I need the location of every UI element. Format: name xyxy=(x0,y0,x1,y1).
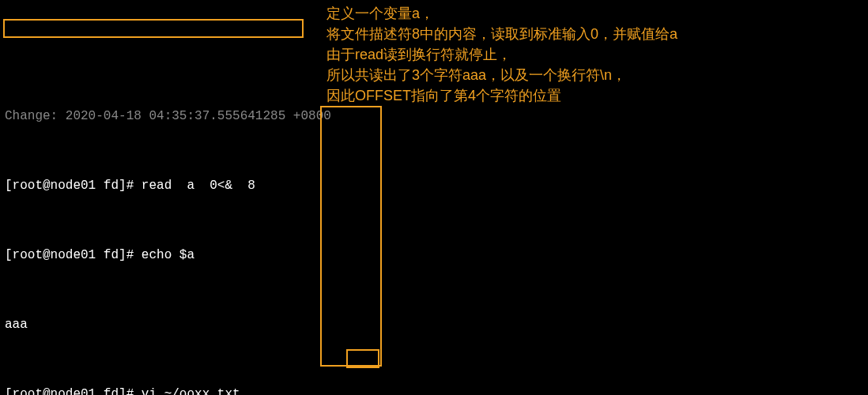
prompt-line-1: [root@node01 fd]# read a 0<& 8 xyxy=(5,177,863,194)
shell-command: read a 0<& 8 xyxy=(142,179,255,193)
change-line: Change: 2020-04-18 04:35:37.555641285 +0… xyxy=(5,107,863,125)
annotation-line: 所以共读出了3个字符aaa，以及一个换行符\n， xyxy=(326,65,856,85)
annotation-overlay: 定义一个变量a， 将文件描述符8中的内容，读取到标准输入0，并赋值给a 由于re… xyxy=(326,3,856,106)
shell-prompt: [root@node01 fd]# xyxy=(5,387,142,395)
terminal-output: Change: 2020-04-18 04:35:37.555641285 +0… xyxy=(0,70,868,395)
annotation-line: 因此OFFSET指向了第4个字符的位置 xyxy=(326,85,856,106)
output-line: aaa xyxy=(5,316,863,333)
shell-prompt: [root@node01 fd]# xyxy=(5,179,142,193)
shell-prompt: [root@node01 fd]# xyxy=(5,248,142,262)
highlight-box-command xyxy=(3,19,304,38)
shell-command: vi ~/ooxx.txt xyxy=(142,387,240,395)
prompt-line-3: [root@node01 fd]# vi ~/ooxx.txt xyxy=(5,386,863,395)
annotation-line: 将文件描述符8中的内容，读取到标准输入0，并赋值给a xyxy=(326,24,856,44)
annotation-line: 定义一个变量a， xyxy=(326,3,856,24)
annotation-line: 由于read读到换行符就停止， xyxy=(326,44,856,65)
shell-command: echo $a xyxy=(142,248,194,262)
prompt-line-2: [root@node01 fd]# echo $a xyxy=(5,246,863,264)
